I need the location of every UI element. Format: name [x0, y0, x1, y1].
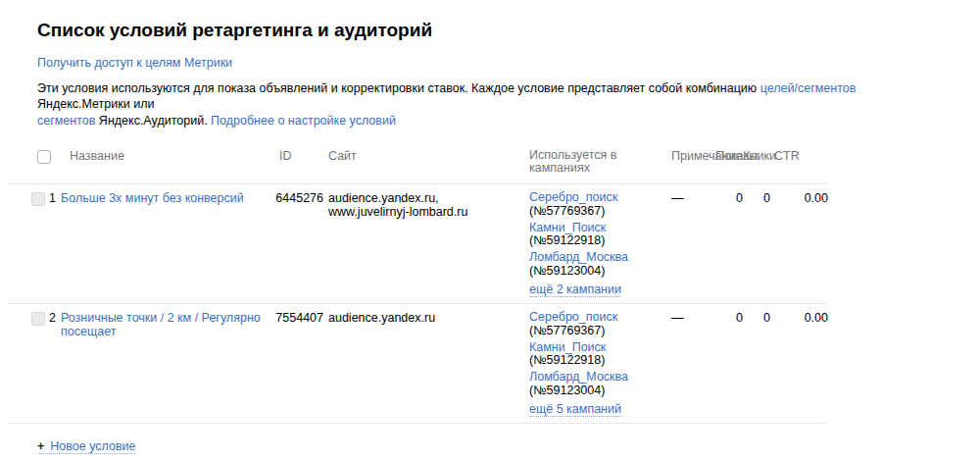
- new-condition-label: Новое условие: [50, 439, 135, 453]
- select-all-checkbox[interactable]: [37, 150, 51, 164]
- campaign-item: Ломбард_Москва (№59123004): [529, 371, 671, 397]
- goals-segments-link[interactable]: целей/сегментов: [760, 81, 857, 95]
- impressions-value: 0: [715, 191, 743, 205]
- clicks-value: 0: [743, 191, 772, 205]
- campaign-number: (№57769367): [529, 205, 671, 218]
- metrika-access-link[interactable]: Получить доступ к целям Метрики: [37, 56, 232, 70]
- condition-name-link[interactable]: Больше 3х минут без конверсий: [61, 191, 244, 205]
- campaign-link[interactable]: Серебро_поиск: [529, 310, 617, 324]
- table-row: 1 Больше 3х минут без конверсий 6445276 …: [8, 184, 828, 304]
- header-name: Название: [61, 149, 265, 163]
- campaigns-cell: Серебро_поиск (№57769367) Камни_Поиск (№…: [529, 191, 671, 297]
- impressions-value: 0: [715, 311, 743, 325]
- table-header-row: Название ID Сайт Используется в кампания…: [8, 141, 828, 184]
- campaign-link[interactable]: Камни_Поиск: [529, 221, 606, 234]
- header-site: Сайт: [323, 149, 529, 163]
- table-row: 2 Розничные точки / 2 км / Регулярно пос…: [8, 304, 828, 424]
- plus-icon: +: [37, 439, 44, 453]
- page-header-section: Список условий ретаргетинга и аудиторий …: [37, 20, 941, 128]
- intro-text-2: Яндекс.Метрики или: [37, 97, 154, 111]
- campaign-number: (№59122918): [529, 233, 605, 247]
- intro-text-3: Яндекс.Аудиторий.: [95, 114, 211, 128]
- conditions-table: Название ID Сайт Используется в кампания…: [8, 141, 828, 424]
- header-clicks: Клики: [743, 149, 772, 163]
- campaign-link[interactable]: Серебро_поиск: [529, 190, 617, 204]
- note-cell: —: [671, 191, 715, 205]
- row-number: 2: [47, 311, 61, 325]
- campaign-link[interactable]: Ломбард_Москва: [529, 370, 628, 384]
- condition-id: 6445276: [265, 191, 323, 205]
- campaign-item: Камни_Поиск (№59122918): [529, 341, 671, 367]
- condition-id: 7554407: [265, 311, 323, 325]
- campaign-number: (№57769367): [529, 325, 671, 337]
- campaigns-cell: Серебро_поиск (№57769367) Камни_Поиск (№…: [529, 311, 671, 417]
- campaign-number: (№59123004): [529, 265, 671, 278]
- header-campaigns: Используется в кампаниях: [529, 149, 671, 175]
- row-number: 1: [47, 191, 61, 205]
- header-ctr: CTR: [772, 149, 828, 163]
- row-checkbox[interactable]: [31, 312, 45, 326]
- condition-site: audience.yandex.ru: [323, 311, 529, 325]
- header-note: Примечание: [671, 149, 715, 163]
- clicks-value: 0: [743, 311, 772, 325]
- more-campaigns-link[interactable]: ещё 5 кампаний: [529, 403, 621, 417]
- campaign-item: Ломбард_Москва (№59123004): [529, 251, 671, 278]
- intro-paragraph: Эти условия используются для показа объя…: [37, 80, 929, 129]
- row-checkbox[interactable]: [31, 192, 45, 206]
- note-cell: —: [671, 311, 715, 325]
- header-impressions: Показы: [715, 149, 743, 163]
- campaign-number: (№59122918): [529, 353, 605, 367]
- campaign-item: Камни_Поиск (№59122918): [529, 222, 671, 247]
- campaign-link[interactable]: Ломбард_Москва: [529, 250, 628, 264]
- ctr-value: 0.00: [772, 311, 828, 325]
- more-campaigns-link[interactable]: ещё 2 кампании: [529, 283, 621, 297]
- page-title: Список условий ретаргетинга и аудиторий: [37, 20, 941, 41]
- ctr-value: 0.00: [772, 191, 828, 205]
- header-id: ID: [265, 149, 323, 163]
- retargeting-page: Список условий ретаргетинга и аудиторий …: [0, 20, 980, 462]
- campaign-item: Серебро_поиск (№57769367): [529, 311, 671, 337]
- campaign-item: Серебро_поиск (№57769367): [529, 191, 671, 218]
- intro-text-1: Эти условия используются для показа объя…: [37, 81, 760, 95]
- condition-name-link[interactable]: Розничные точки / 2 км / Регулярно посещ…: [61, 311, 261, 338]
- campaign-link[interactable]: Камни_Поиск: [529, 340, 606, 354]
- conditions-help-link[interactable]: Подробнее о настройке условий: [211, 114, 396, 128]
- condition-site: audience.yandex.ru, www.juvelirnyj-lomba…: [323, 191, 529, 219]
- new-condition-link[interactable]: +Новое условие: [37, 439, 136, 454]
- segments-link[interactable]: сегментов: [37, 114, 95, 128]
- campaign-number: (№59123004): [529, 385, 671, 397]
